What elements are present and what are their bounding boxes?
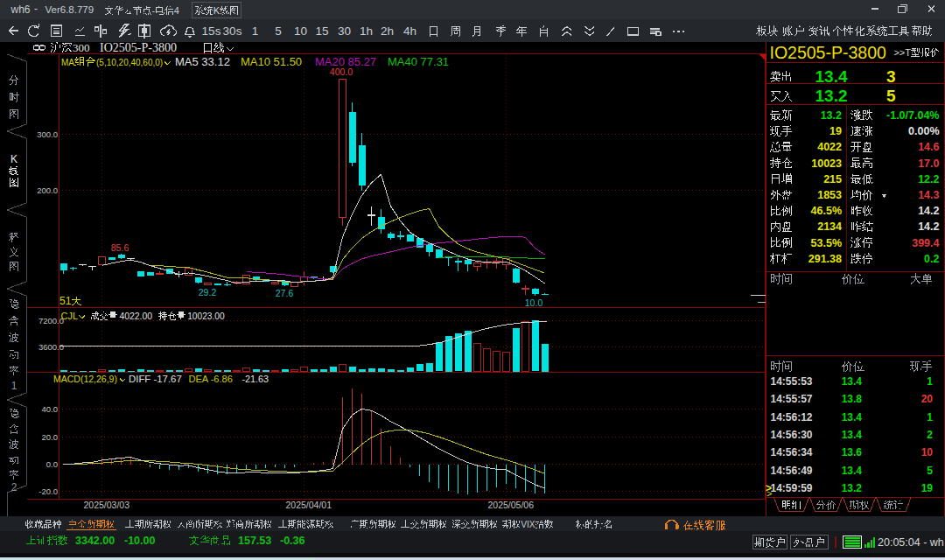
svg-text:13.6: 13.6 [842, 446, 863, 458]
svg-text:14.2: 14.2 [918, 220, 939, 233]
svg-text:14.6: 14.6 [918, 141, 939, 153]
svg-text:1: 1 [252, 24, 259, 38]
svg-text:14:55:57: 14:55:57 [771, 393, 813, 405]
svg-text:MA5 33.12: MA5 33.12 [175, 55, 230, 68]
svg-text:0.2: 0.2 [924, 253, 939, 265]
svg-text:2: 2 [11, 481, 18, 494]
svg-text:4022: 4022 [817, 141, 842, 153]
svg-text:13.2: 13.2 [816, 87, 848, 105]
svg-text:3600.0: 3600.0 [38, 342, 64, 352]
svg-text:4022.00: 4022.00 [119, 312, 152, 321]
svg-text:20: 20 [921, 393, 934, 405]
svg-text:IO2505-P-3800: IO2505-P-3800 [770, 43, 886, 62]
svg-text:85.6: 85.6 [111, 242, 130, 253]
svg-text:2025/03/03: 2025/03/03 [84, 500, 130, 510]
svg-text:IO2505-P-3800: IO2505-P-3800 [100, 41, 177, 54]
svg-text:-: - [152, 5, 156, 16]
svg-text:157.53: 157.53 [238, 535, 271, 547]
svg-text:14:55:53: 14:55:53 [771, 375, 813, 388]
svg-text:14:56:30: 14:56:30 [771, 429, 813, 441]
svg-text:13.8: 13.8 [842, 393, 863, 405]
svg-text:MA40 77.31: MA40 77.31 [388, 55, 449, 68]
svg-text:200.0: 200.0 [37, 186, 58, 195]
svg-text:14:59:59: 14:59:59 [771, 482, 813, 494]
svg-text:5: 5 [275, 24, 282, 38]
svg-text:0.0: 0.0 [46, 459, 58, 469]
svg-text:17.0: 17.0 [918, 158, 939, 170]
svg-text:12.2: 12.2 [918, 173, 939, 186]
svg-text:29.2: 29.2 [199, 287, 217, 298]
svg-text:DEA -6.86: DEA -6.86 [188, 374, 233, 384]
svg-text:2h: 2h [381, 24, 394, 38]
svg-text:10.0: 10.0 [525, 298, 543, 308]
svg-text:DIFF -17.67: DIFF -17.67 [129, 374, 182, 384]
svg-text:10: 10 [921, 446, 934, 458]
svg-text:>>T: >>T [893, 47, 911, 58]
svg-text:10023.00: 10023.00 [187, 312, 225, 321]
svg-text:10023: 10023 [811, 158, 842, 170]
svg-text:13.4: 13.4 [842, 375, 863, 388]
svg-text:MA: MA [61, 58, 74, 67]
svg-text:1853: 1853 [817, 189, 842, 201]
svg-text:4: 4 [174, 5, 179, 16]
svg-text:14:56:12: 14:56:12 [771, 411, 813, 424]
svg-text:CJL: CJL [61, 311, 79, 321]
svg-text:215: 215 [823, 173, 842, 186]
svg-text:14:56:49: 14:56:49 [771, 465, 813, 477]
svg-text:(5,10,20,40,60,0): (5,10,20,40,60,0) [96, 58, 163, 67]
svg-text:-20.0: -20.0 [38, 486, 58, 496]
svg-text:51: 51 [60, 295, 72, 307]
svg-text:14:56:34: 14:56:34 [771, 446, 813, 458]
svg-text:0.00%: 0.00% [908, 125, 939, 137]
svg-text:10: 10 [294, 24, 307, 38]
svg-text:399.4: 399.4 [912, 237, 939, 249]
svg-text:15s: 15s [202, 24, 221, 38]
svg-text:13.4: 13.4 [842, 465, 863, 477]
svg-text:27.6: 27.6 [276, 288, 294, 298]
svg-text:3: 3 [886, 67, 896, 86]
svg-text:13.4: 13.4 [842, 411, 863, 424]
svg-text:2025/04/01: 2025/04/01 [286, 500, 332, 510]
svg-text:291.38: 291.38 [808, 253, 842, 265]
svg-text:5: 5 [886, 87, 896, 105]
svg-text:300.0: 300.0 [37, 130, 58, 139]
svg-text:MACD(12,26,9): MACD(12,26,9) [53, 374, 117, 384]
svg-text:-1.0/7.04%: -1.0/7.04% [886, 109, 939, 122]
svg-text:19: 19 [921, 482, 934, 494]
svg-text:2: 2 [927, 429, 933, 441]
svg-text:30: 30 [338, 24, 351, 38]
svg-text:13.4: 13.4 [842, 429, 863, 441]
svg-text:2134: 2134 [817, 220, 842, 233]
svg-text:14.3: 14.3 [918, 189, 939, 201]
svg-text:53.5%: 53.5% [811, 237, 842, 249]
svg-text:wh6: wh6 [10, 4, 31, 16]
svg-text:1h: 1h [360, 24, 373, 38]
svg-text:30s: 30s [223, 24, 242, 38]
svg-text:40.0: 40.0 [42, 404, 59, 414]
svg-text:20:05:04 - wh: 20:05:04 - wh [878, 536, 944, 549]
svg-text:13.4: 13.4 [816, 67, 848, 86]
svg-text:19: 19 [830, 125, 842, 137]
svg-text:3342.00: 3342.00 [75, 535, 115, 547]
svg-text:Ver6.8.779: Ver6.8.779 [46, 4, 94, 15]
svg-text:1: 1 [927, 411, 933, 424]
svg-text:VIX: VIX [521, 520, 536, 529]
svg-text:1: 1 [927, 375, 933, 388]
svg-text:2025/05/06: 2025/05/06 [488, 500, 535, 510]
svg-text:46.5%: 46.5% [811, 205, 842, 217]
svg-text:14.2: 14.2 [918, 205, 939, 217]
svg-text:300: 300 [73, 41, 90, 54]
svg-text:K: K [214, 5, 220, 16]
svg-text:13.2: 13.2 [842, 482, 863, 494]
svg-text:MA10 51.50: MA10 51.50 [241, 55, 302, 68]
svg-text:15: 15 [315, 24, 328, 38]
svg-text:1: 1 [11, 380, 18, 392]
svg-text:4h: 4h [403, 24, 416, 38]
svg-text:-21.63: -21.63 [242, 374, 270, 384]
svg-text:-0.36: -0.36 [280, 535, 305, 547]
svg-text:13.2: 13.2 [821, 109, 842, 122]
svg-text:20.0: 20.0 [42, 432, 59, 442]
svg-text:-10.00: -10.00 [124, 535, 155, 547]
svg-text:MA20 85.27: MA20 85.27 [315, 55, 376, 68]
svg-text:K: K [10, 153, 18, 165]
